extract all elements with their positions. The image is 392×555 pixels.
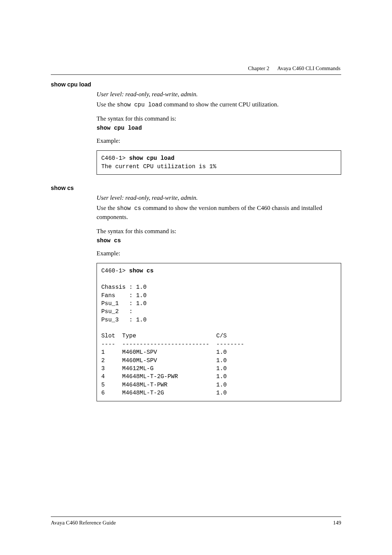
footer-page-number: 149 <box>333 520 342 526</box>
code-example-cpu-load: C460-1> show cpu load The current CPU ut… <box>97 150 341 175</box>
code-command: show cpu load <box>129 155 175 162</box>
page-footer: Avaya C460 Reference Guide 149 <box>51 516 341 526</box>
section-heading-show-cpu-load: show cpu load <box>51 81 341 88</box>
code-prompt: C460-1> <box>101 155 129 162</box>
header-rule <box>51 74 341 75</box>
intro-cmd: show cs <box>117 205 141 212</box>
intro-pre: Use the <box>97 204 117 211</box>
section-heading-show-cs: show cs <box>51 185 341 191</box>
chapter-number: Chapter 2 <box>248 65 269 71</box>
intro-pre: Use the <box>97 101 117 108</box>
intro-text: Use the show cs command to show the vers… <box>97 204 341 222</box>
syntax-command: show cs <box>97 238 341 244</box>
code-output: Chassis : 1.0 Fans : 1.0 Psu_1 : 1.0 Psu… <box>101 284 244 396</box>
syntax-intro: The syntax for this command is: <box>97 114 341 123</box>
code-command: show cs <box>129 268 154 274</box>
intro-cmd: show cpu load <box>117 102 162 108</box>
syntax-command: show cpu load <box>97 125 341 131</box>
chapter-title: Avaya C460 CLI Commands <box>277 65 340 71</box>
syntax-intro: The syntax for this command is: <box>97 227 341 236</box>
chapter-header: Chapter 2 Avaya C460 CLI Commands <box>51 65 341 72</box>
user-level-note: User level: read-only, read-write, admin… <box>97 194 341 202</box>
intro-text: Use the show cpu load command to show th… <box>97 100 341 109</box>
code-prompt: C460-1> <box>101 268 129 274</box>
intro-post: command to show the current CPU utilizat… <box>162 101 279 108</box>
example-label: Example: <box>97 137 341 146</box>
example-label: Example: <box>97 249 341 258</box>
code-output: The current CPU utilization is 1% <box>101 163 216 170</box>
code-example-cs: C460-1> show cs Chassis : 1.0 Fans : 1.0… <box>97 263 341 401</box>
user-level-note: User level: read-only, read-write, admin… <box>97 91 341 98</box>
footer-left: Avaya C460 Reference Guide <box>51 520 116 526</box>
